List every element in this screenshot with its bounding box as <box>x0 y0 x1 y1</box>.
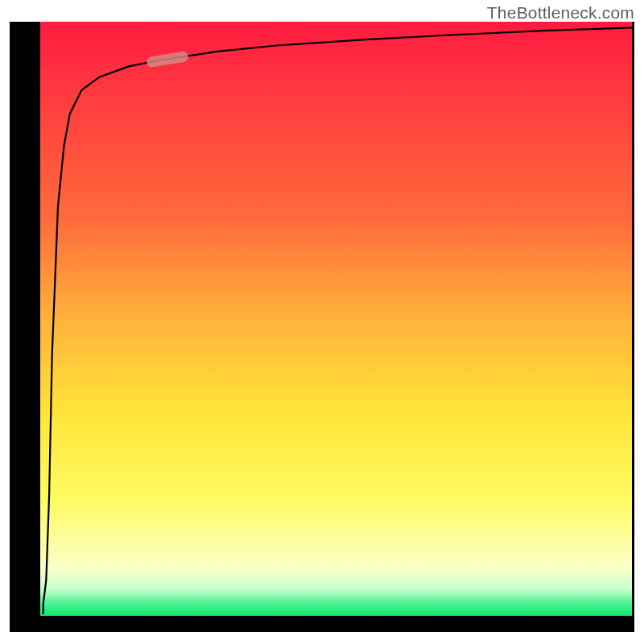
chart-container: TheBottleneck.com <box>0 0 644 644</box>
curve-line <box>43 27 632 614</box>
curve-svg <box>40 22 632 616</box>
plot-frame <box>10 22 634 632</box>
plot-area <box>40 22 632 616</box>
attribution-label: TheBottleneck.com <box>487 3 634 23</box>
highlight-marker <box>146 51 189 68</box>
